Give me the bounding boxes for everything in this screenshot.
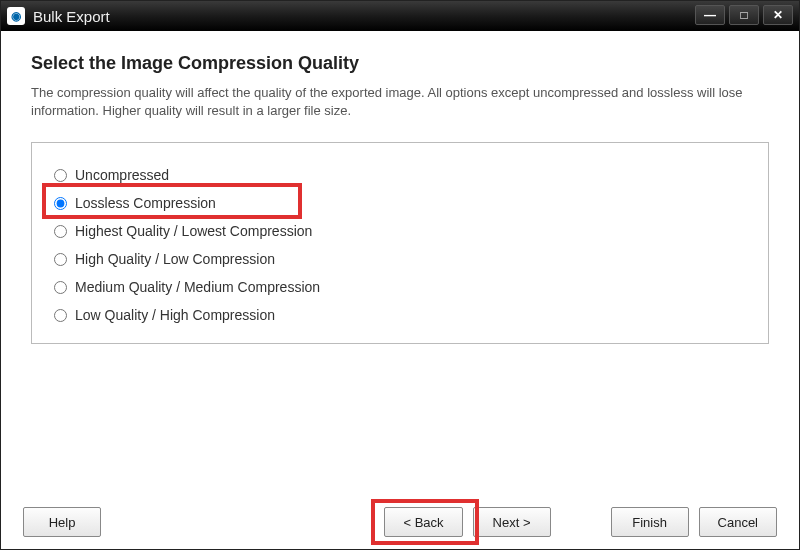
next-button[interactable]: Next > [473, 507, 551, 537]
nav-buttons: < Back Next > [384, 507, 550, 537]
option-medium-quality[interactable]: Medium Quality / Medium Compression [50, 273, 750, 301]
option-lossless[interactable]: Lossless Compression [50, 189, 750, 217]
titlebar: ◉ Bulk Export — □ ✕ [1, 1, 799, 31]
finish-button[interactable]: Finish [611, 507, 689, 537]
help-button[interactable]: Help [23, 507, 101, 537]
back-button[interactable]: < Back [384, 507, 462, 537]
option-label: High Quality / Low Compression [75, 251, 275, 267]
finish-buttons: Finish Cancel [611, 507, 777, 537]
cancel-button[interactable]: Cancel [699, 507, 777, 537]
radio-low-quality[interactable] [54, 309, 67, 322]
page-heading: Select the Image Compression Quality [31, 53, 769, 74]
option-highest-quality[interactable]: Highest Quality / Lowest Compression [50, 217, 750, 245]
option-label: Highest Quality / Lowest Compression [75, 223, 312, 239]
option-label: Lossless Compression [75, 195, 216, 211]
wizard-button-bar: Help < Back Next > Finish Cancel [1, 507, 799, 537]
radio-lossless[interactable] [54, 197, 67, 210]
page-description: The compression quality will affect the … [31, 84, 751, 120]
app-icon: ◉ [7, 7, 25, 25]
minimize-button[interactable]: — [695, 5, 725, 25]
option-label: Medium Quality / Medium Compression [75, 279, 320, 295]
window-controls: — □ ✕ [695, 5, 793, 25]
option-label: Uncompressed [75, 167, 169, 183]
compression-options-group: Uncompressed Lossless Compression Highes… [31, 142, 769, 344]
option-high-quality[interactable]: High Quality / Low Compression [50, 245, 750, 273]
radio-uncompressed[interactable] [54, 169, 67, 182]
wizard-content: Select the Image Compression Quality The… [1, 31, 799, 344]
option-uncompressed[interactable]: Uncompressed [50, 161, 750, 189]
radio-medium-quality[interactable] [54, 281, 67, 294]
maximize-button[interactable]: □ [729, 5, 759, 25]
option-low-quality[interactable]: Low Quality / High Compression [50, 301, 750, 329]
window-title: Bulk Export [33, 8, 793, 25]
bulk-export-window: ◉ Bulk Export — □ ✕ Select the Image Com… [0, 0, 800, 550]
radio-highest-quality[interactable] [54, 225, 67, 238]
radio-high-quality[interactable] [54, 253, 67, 266]
option-label: Low Quality / High Compression [75, 307, 275, 323]
close-button[interactable]: ✕ [763, 5, 793, 25]
